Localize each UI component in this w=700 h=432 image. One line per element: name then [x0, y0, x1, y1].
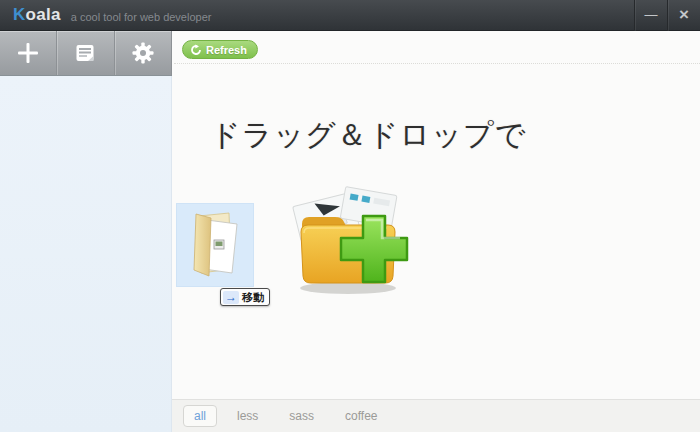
app-logo-first-letter: K	[13, 5, 26, 24]
plus-icon	[17, 42, 39, 64]
tutorial-heading: ドラッグ＆ドロップで	[210, 115, 526, 156]
filter-tab-coffee[interactable]: coffee	[334, 405, 388, 427]
move-arrow-icon: →	[223, 291, 239, 304]
drag-move-tooltip: → 移動	[220, 288, 270, 306]
app-subtitle: a cool tool for web developer	[71, 8, 212, 23]
project-sidebar	[0, 76, 172, 432]
koala-window: Koala a cool tool for web developer — ×	[0, 0, 700, 432]
app-logo-rest: oala	[26, 5, 61, 24]
dotted-separator	[174, 63, 700, 64]
refresh-circular-arrow-icon	[190, 44, 202, 56]
window-controls: — ×	[634, 0, 700, 31]
filter-tab-less[interactable]: less	[226, 405, 269, 427]
filter-tab-all[interactable]: all	[183, 405, 217, 427]
close-button[interactable]: ×	[667, 0, 700, 31]
add-folder-plus-icon[interactable]	[290, 186, 414, 298]
title-bar: Koala a cool tool for web developer — ×	[0, 0, 700, 31]
toolbar	[0, 31, 172, 76]
log-button[interactable]	[57, 31, 114, 75]
drag-tooltip-label: 移動	[242, 290, 264, 305]
filter-bar: all less sass coffee	[172, 399, 700, 432]
settings-button[interactable]	[115, 31, 172, 75]
minimize-button[interactable]: —	[634, 0, 667, 31]
minimize-icon: —	[645, 10, 658, 20]
gear-icon	[131, 41, 155, 65]
refresh-button[interactable]: Refresh	[182, 40, 258, 59]
filter-tab-sass[interactable]: sass	[278, 405, 325, 427]
close-icon: ×	[679, 5, 689, 25]
dragged-folder-selection	[176, 203, 254, 287]
main-area: Refresh ドラッグ＆ドロップで → 移動	[172, 31, 700, 432]
add-project-button[interactable]	[0, 31, 57, 75]
refresh-label: Refresh	[206, 44, 247, 56]
windows-folder-icon	[184, 209, 246, 281]
app-logo: Koala	[13, 5, 61, 25]
document-log-icon	[74, 42, 96, 64]
